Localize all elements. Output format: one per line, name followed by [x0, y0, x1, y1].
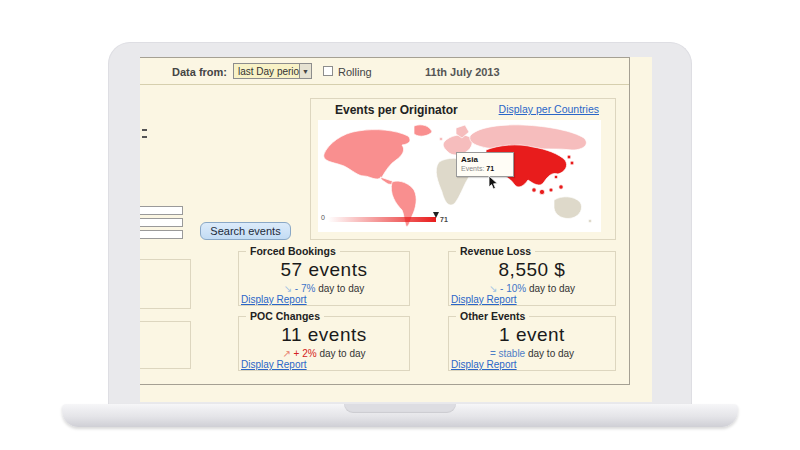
card-trend: ↘ - 10% day to day: [449, 283, 615, 294]
map-legend-min: 0: [321, 214, 325, 221]
region-japan-north[interactable]: [567, 155, 571, 159]
trend-percent: - 10%: [500, 283, 526, 294]
card-value: 8,550 $: [449, 259, 615, 281]
app-window: Data from: last Day period ▼ Rolling 11t…: [140, 57, 630, 385]
tooltip-metric-label: Events:: [461, 165, 484, 172]
card-title: Other Events: [456, 310, 529, 322]
region-sulawesi[interactable]: [549, 188, 553, 192]
trend-down-icon: ↘: [284, 283, 292, 294]
card-trend: ↘ - 7% day to day: [239, 283, 409, 294]
trend-down-icon: ↘: [489, 283, 497, 294]
card-other-events: Other Events 1 event = stable day to day…: [448, 316, 616, 371]
world-map: 0 71 Asia Events: 71: [318, 120, 601, 232]
events-map-panel: Events per Originator Display per Countr…: [310, 98, 616, 240]
trend-percent: + 2%: [294, 348, 317, 359]
tooltip-value: 71: [486, 165, 494, 172]
card-trend: = stable day to day: [449, 348, 615, 359]
app-screenshot: Data from: last Day period ▼ Rolling 11t…: [140, 57, 652, 402]
clipped-card-1: [140, 259, 191, 309]
data-from-label: Data from:: [172, 66, 227, 78]
trend-suffix: day to day: [318, 283, 364, 294]
rolling-checkbox[interactable]: [323, 66, 333, 76]
card-trend: ↗ + 2% day to day: [239, 348, 409, 359]
region-australia[interactable]: [554, 197, 582, 219]
region-north-america[interactable]: [324, 130, 410, 179]
laptop-base: [62, 404, 738, 427]
card-poc-changes: POC Changes 11 events ↗ + 2% day to day …: [238, 316, 410, 371]
card-value: 1 event: [449, 324, 615, 346]
search-events-button[interactable]: Search events: [200, 222, 291, 240]
report-date: 11th July 2013: [425, 66, 500, 78]
clipped-input-2[interactable]: [140, 218, 183, 227]
period-select-value: last Day period: [234, 66, 299, 77]
display-report-link[interactable]: Display Report: [241, 359, 307, 370]
card-title: POC Changes: [246, 310, 324, 322]
map-legend-gradient: [328, 217, 436, 222]
card-value: 11 events: [239, 324, 409, 346]
region-philippines[interactable]: [554, 175, 558, 179]
chevron-down-icon[interactable]: ▼: [299, 64, 311, 78]
region-borneo[interactable]: [539, 189, 544, 194]
period-select[interactable]: last Day period ▼: [233, 63, 312, 79]
clipped-input-1[interactable]: [140, 206, 183, 215]
trend-suffix: day to day: [528, 348, 574, 359]
region-indonesia[interactable]: [532, 188, 536, 192]
rolling-label: Rolling: [338, 66, 372, 78]
card-title: Revenue Loss: [456, 245, 535, 257]
clipped-card-2: [140, 321, 191, 369]
card-title: Forced Bookings: [246, 245, 340, 257]
tooltip-region: Asia: [461, 155, 509, 164]
trend-percent: stable: [499, 348, 526, 359]
map-legend-marker: [433, 212, 439, 218]
display-report-link[interactable]: Display Report: [451, 359, 517, 370]
display-report-link[interactable]: Display Report: [241, 294, 307, 305]
trend-stable-icon: =: [490, 348, 496, 359]
map-legend-max: 71: [440, 216, 448, 223]
map-tooltip: Asia Events: 71: [456, 152, 514, 177]
trend-suffix: day to day: [319, 348, 365, 359]
region-new-guinea[interactable]: [559, 185, 563, 189]
trend-up-icon: ↗: [282, 348, 290, 359]
display-report-link[interactable]: Display Report: [451, 294, 517, 305]
region-new-zealand[interactable]: [588, 219, 592, 223]
mouse-cursor-icon: [488, 176, 499, 190]
clipped-input-3[interactable]: [140, 230, 183, 239]
region-japan-south[interactable]: [570, 161, 574, 165]
region-greenland[interactable]: [414, 125, 432, 136]
map-title: Events per Originator: [335, 103, 458, 117]
clipped-text-fragment: [142, 129, 147, 138]
card-revenue-loss: Revenue Loss 8,550 $ ↘ - 10% day to day …: [448, 251, 616, 306]
laptop-notch: [344, 404, 456, 413]
trend-suffix: day to day: [529, 283, 575, 294]
card-forced-bookings: Forced Bookings 57 events ↘ - 7% day to …: [238, 251, 410, 306]
trend-percent: - 7%: [295, 283, 316, 294]
map-header: Events per Originator Display per Countr…: [311, 103, 615, 117]
display-per-countries-link[interactable]: Display per Countries: [499, 103, 599, 117]
card-value: 57 events: [239, 259, 409, 281]
region-uk[interactable]: [439, 137, 443, 141]
top-bar: Data from: last Day period ▼ Rolling 11t…: [140, 58, 629, 85]
